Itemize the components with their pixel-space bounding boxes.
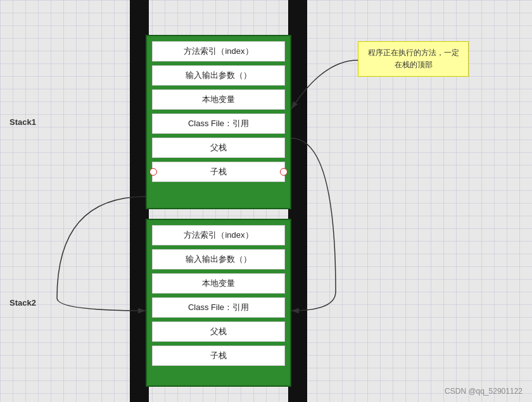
stack2-row-4: 父栈 xyxy=(152,321,285,342)
stack1-row-1: 输入输出参数（） xyxy=(152,65,285,86)
stack2-row-0: 方法索引（index） xyxy=(152,225,285,245)
stack2-row-2: 本地变量 xyxy=(152,273,285,294)
stack1-row-3: Class File：引用 xyxy=(152,113,285,134)
stack2-container: 方法索引（index） 输入输出参数（） 本地变量 Class File：引用 … xyxy=(146,219,291,387)
stack2-label: Stack2 xyxy=(10,298,36,308)
note-box: 程序正在执行的方法，一定在栈的顶部 xyxy=(358,41,469,77)
watermark: CSDN @qq_52901122 xyxy=(445,387,522,396)
stack2-row-5: 子栈 xyxy=(152,346,285,366)
stack1-row-2: 本地变量 xyxy=(152,89,285,110)
stack1-label: Stack1 xyxy=(10,117,36,127)
stack1-row-5: 子栈 xyxy=(152,162,285,182)
stack1-row-0: 方法索引（index） xyxy=(152,41,285,62)
stack2-row-1: 输入输出参数（） xyxy=(152,249,285,269)
stack2-row-3: Class File：引用 xyxy=(152,297,285,318)
stack1-container: 方法索引（index） 输入输出参数（） 本地变量 Class File：引用 … xyxy=(146,35,291,209)
stack1-row-4: 父栈 xyxy=(152,138,285,158)
